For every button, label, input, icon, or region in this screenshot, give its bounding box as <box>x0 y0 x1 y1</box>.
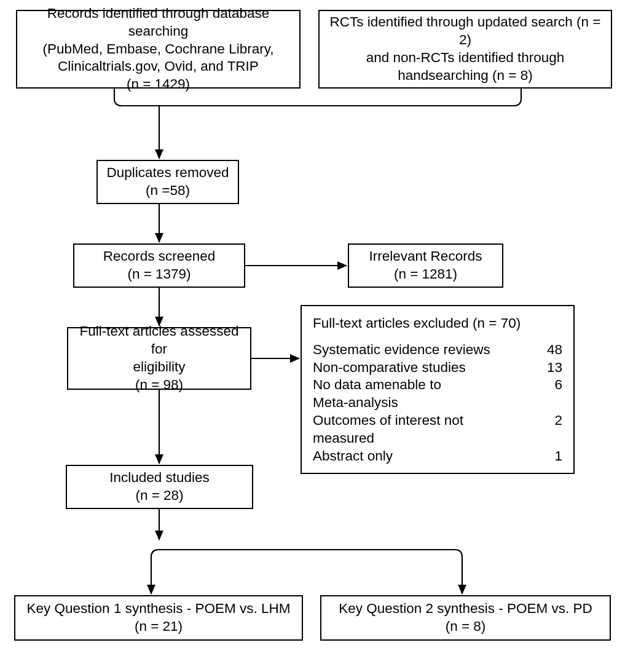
box-kq2: Key Question 2 synthesis - POEM vs. PD (… <box>320 595 611 641</box>
text-line: Key Question 1 synthesis - POEM vs. LHM <box>27 600 291 618</box>
text-line: (n = 8) <box>446 618 486 636</box>
text-line: Key Question 2 synthesis - POEM vs. PD <box>339 600 592 618</box>
prisma-flow-diagram: Records identified through database sear… <box>0 0 625 672</box>
text-line: (n = 21) <box>135 618 183 636</box>
split-bracket-connector <box>0 0 625 615</box>
box-kq1: Key Question 1 synthesis - POEM vs. LHM … <box>14 595 303 641</box>
